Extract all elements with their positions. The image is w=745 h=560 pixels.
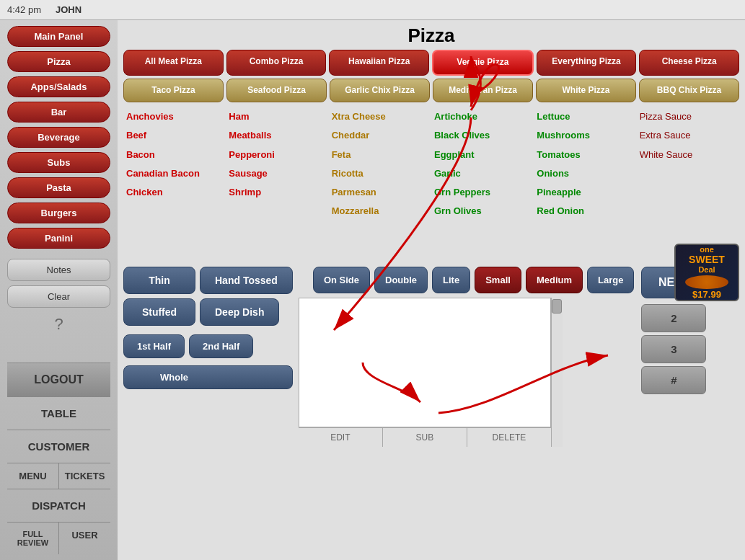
notes-button[interactable]: Notes [7,259,110,281]
topping-lettuce[interactable]: Lettuce [535,108,635,125]
sidebar-item-subs[interactable]: Subs [7,152,110,173]
first-half-button[interactable]: 1st Half [123,334,185,358]
topping-grn-olives[interactable]: Grn Olives [433,203,532,220]
edit-button[interactable]: EDIT [299,428,383,447]
topping-cheddar[interactable]: Cheddar [330,127,430,144]
sidebar-item-panini[interactable]: Panini [7,228,110,249]
second-half-button[interactable]: 2nd Half [189,334,253,358]
pizza-type-veggie[interactable]: Veggie Pizza [432,50,534,76]
toppings-col-veggies2: Lettuce Mushrooms Tomatoes Onions Pineap… [534,105,636,264]
num-3[interactable]: 3 [641,335,706,363]
topping-black-olives[interactable]: Black Olives [433,127,532,144]
topping-canadian-bacon[interactable]: Canadian Bacon [125,165,224,182]
modifier-medium[interactable]: Medium [526,267,583,293]
order-footer: EDIT SUB DELETE [299,427,551,447]
topping-garlic[interactable]: Garlic [433,165,532,182]
pizza-type-seafood[interactable]: Seafood Pizza [226,79,327,103]
pizza-type-cheese[interactable]: Cheese Pizza [639,50,739,76]
scroll-bar[interactable] [551,298,563,447]
sidebar-item-pasta[interactable]: Pasta [7,177,110,198]
topping-ham[interactable]: Ham [227,108,327,125]
modifier-large[interactable]: Large [587,267,634,293]
help-icon[interactable]: ? [7,315,110,334]
menu-button[interactable]: MENU [7,463,59,489]
num-hash[interactable]: # [641,366,706,394]
topping-feta[interactable]: Feta [330,146,430,164]
pizza-type-hawaiian[interactable]: Hawaiian Pizza [329,50,429,76]
topping-tomatoes[interactable]: Tomatoes [535,146,635,164]
sidebar-item-burgers[interactable]: Burgers [7,203,110,223]
pizza-types-row2: Taco Pizza Seafood Pizza Garlic Chix Piz… [118,79,745,103]
topping-shrimp[interactable]: Shrimp [227,184,327,201]
pizza-type-all-meat[interactable]: All Meat Pizza [123,50,224,76]
user-button[interactable]: USER [59,522,110,554]
table-button[interactable]: TABLE [7,396,110,430]
topping-beef[interactable]: Beef [125,127,224,144]
logout-button[interactable]: LOGOUT [7,363,110,396]
sidebar-item-main-panel[interactable]: Main Panel [7,26,110,47]
toppings-col-meats2: Ham Meatballs Pepperoni Sausage Shrimp [226,105,328,264]
crust-hand-tossed[interactable]: Hand Tossed [200,267,293,294]
topping-artichoke[interactable]: Artichoke [433,108,532,125]
sidebar-item-pizza[interactable]: Pizza [7,51,110,72]
topping-pepperoni[interactable]: Pepperoni [227,146,327,164]
topping-meatballs[interactable]: Meatballs [227,127,327,144]
customer-button[interactable]: CUSTOMER [7,430,110,463]
topping-pineapple[interactable]: Pineapple [535,184,635,201]
modifier-on-side[interactable]: On Side [313,267,370,293]
pizza-type-white[interactable]: White Pizza [536,79,636,103]
whole-button[interactable]: Whole [123,365,293,389]
modifier-small[interactable]: Small [475,267,521,293]
topping-parmesan[interactable]: Parmesan [330,184,430,201]
toppings-area: Anchovies Beef Bacon Canadian Bacon Chic… [118,105,745,264]
crust-panel: Thin Hand Tossed Stuffed Deep Dish 1st H… [123,267,293,447]
sub-button[interactable]: SUB [383,428,467,447]
topping-ricotta[interactable]: Ricotta [330,165,430,182]
crust-stuffed[interactable]: Stuffed [123,298,195,326]
sidebar-item-bar[interactable]: Bar [7,102,110,123]
full-review-button[interactable]: FULL REVIEW [7,522,59,554]
right-panel: On Side Double Lite Small Medium Large E… [299,267,739,447]
promo-line3: Deal [698,265,715,274]
modifiers-area: On Side Double Lite Small Medium Large E… [299,267,635,447]
order-list [299,298,551,427]
topping-anchovies[interactable]: Anchovies [125,108,224,125]
crust-thin[interactable]: Thin [123,267,195,294]
dispatch-button[interactable]: DISPATCH [7,489,110,522]
tickets-button[interactable]: TICKETS [59,463,110,489]
topping-mushrooms[interactable]: Mushrooms [535,127,635,144]
full-review-user-row: FULL REVIEW USER [7,522,110,554]
modifier-lite[interactable]: Lite [432,267,470,293]
clear-button[interactable]: Clear [7,285,110,308]
topping-bacon[interactable]: Bacon [125,146,224,164]
clock: 4:42 pm [7,4,41,15]
modifier-row: On Side Double Lite Small Medium Large [313,267,635,293]
sidebar-item-apps-salads[interactable]: Apps/Salads [7,76,110,97]
topping-pizza-sauce[interactable]: Pizza Sauce [638,108,738,125]
toppings-col-meats: Anchovies Beef Bacon Canadian Bacon Chic… [123,105,226,264]
topping-grn-peppers[interactable]: Grn Peppers [433,184,532,201]
toppings-col-cheeses: Xtra Cheese Cheddar Feta Ricotta Parmesa… [329,105,431,264]
topping-sausage[interactable]: Sausage [227,165,327,182]
topping-mozzarella[interactable]: Mozzarella [330,203,430,220]
topping-red-onion[interactable]: Red Onion [535,203,635,220]
pizza-type-taco[interactable]: Taco Pizza [123,79,224,103]
delete-button[interactable]: DELETE [467,428,551,447]
pizza-type-garlic-chix[interactable]: Garlic Chix Pizza [330,79,430,103]
pizza-type-combo[interactable]: Combo Pizza [226,50,327,76]
topping-extra-sauce[interactable]: Extra Sauce [638,127,738,144]
pizza-type-everything[interactable]: Everything Pizza [537,50,637,76]
topping-eggplant[interactable]: Eggplant [433,146,532,164]
topping-chicken[interactable]: Chicken [125,184,224,201]
modifier-double[interactable]: Double [374,267,428,293]
sidebar-item-beverage[interactable]: Beverage [7,127,110,148]
pizza-type-bbq-chix[interactable]: BBQ Chix Pizza [639,79,739,103]
numpad: 2 3 # [641,304,706,394]
crust-deep-dish[interactable]: Deep Dish [200,298,279,326]
scroll-thumb[interactable] [552,299,562,314]
num-2[interactable]: 2 [641,304,706,332]
pizza-type-mediterran[interactable]: Mediterran Pizza [433,79,533,103]
topping-white-sauce[interactable]: White Sauce [638,146,738,164]
topping-onions[interactable]: Onions [535,165,635,182]
topping-xtra-cheese[interactable]: Xtra Cheese [330,108,430,125]
